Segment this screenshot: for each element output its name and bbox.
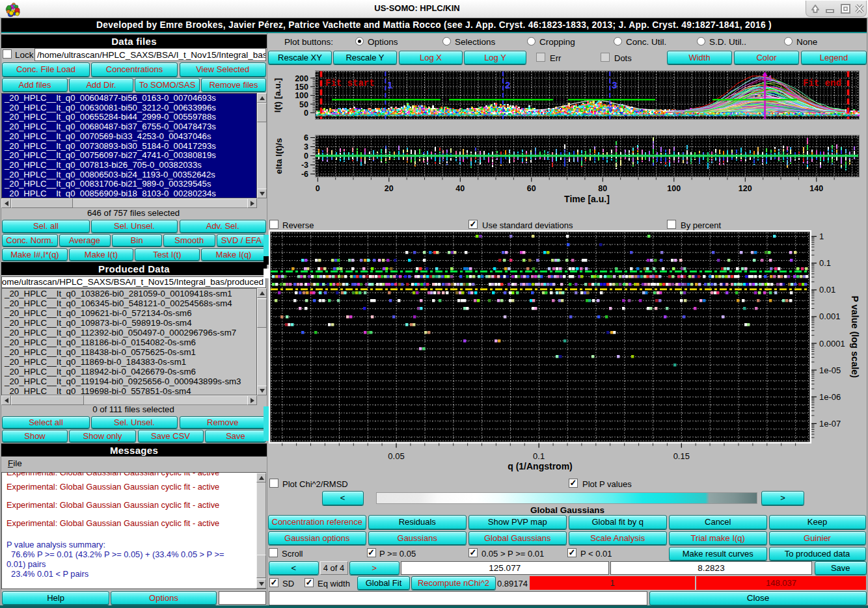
svg-text:q (1/Angstrom): q (1/Angstrom)	[508, 461, 573, 471]
svg-text:1: 1	[819, 231, 824, 241]
svg-text:0.1: 0.1	[819, 258, 831, 268]
svg-text:P value (log scale): P value (log scale)	[850, 296, 860, 378]
svg-text:0.01: 0.01	[819, 285, 835, 295]
svg-text:0.001: 0.001	[819, 311, 841, 321]
svg-text:0.15: 0.15	[673, 451, 690, 461]
svg-text:1e-05: 1e-05	[819, 365, 841, 375]
svg-text:0.0001: 0.0001	[819, 339, 845, 349]
svg-text:1e-07: 1e-07	[819, 419, 841, 429]
svg-text:0.1: 0.1	[533, 451, 545, 461]
svg-text:0.05: 0.05	[388, 451, 404, 461]
svg-text:1e-06: 1e-06	[819, 392, 841, 402]
